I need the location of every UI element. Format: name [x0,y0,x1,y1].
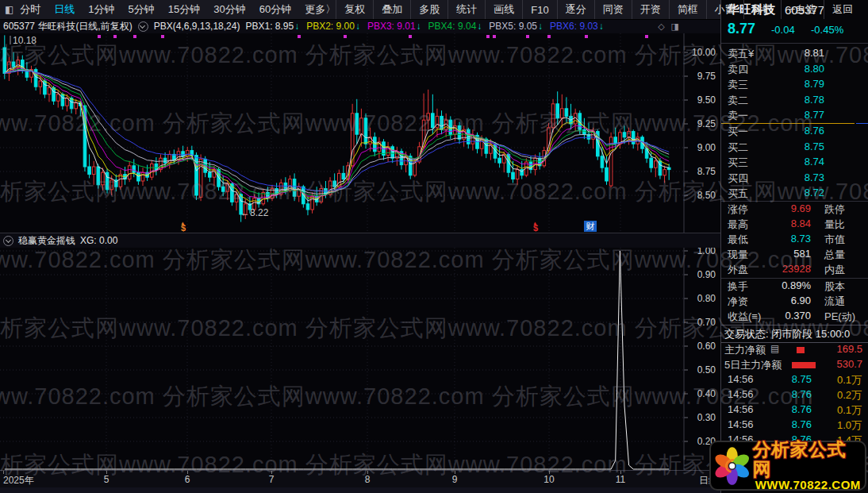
level-price: 8.77 [805,109,824,121]
toolbar-button-11[interactable]: 标记 [743,0,781,19]
svg-text:0.70: 0.70 [697,317,716,328]
pbx-value-6: PBX6: 9.03↓ [550,21,604,32]
toolbar-button-4[interactable]: 画线 [485,0,522,19]
toolbar-button-2[interactable]: 多股 [410,0,447,19]
indicator-header: 稳赢黄金摇钱 XG: 0.00 [0,233,720,248]
toolbar-period-4[interactable]: 15分钟 [168,2,200,17]
svg-text:0.30: 0.30 [697,412,716,423]
pbx-values: PBX1: 8.95↓PBX2: 9.00↓PBX3: 9.01↓PBX4: 9… [245,21,603,32]
buy-level-买三: 买三8.74 [721,154,868,170]
top-toolbar: ◧ 分时日线1分钟5分钟15分钟30分钟60分钟更多〉 复权叠加多股统计画线F1… [0,0,720,20]
net5-label: 5日主力净额 [724,358,782,372]
toolbar-period-6[interactable]: 60分钟 [259,2,291,17]
price-change-pct: -0.45% [811,24,843,36]
toolbar-button-1[interactable]: 叠加 [373,0,410,19]
tick-row-1: 14:568.760.2万 [721,387,868,402]
x-axis-label-3: 7 [269,474,275,485]
split-window-icon[interactable]: ◨ [671,21,679,32]
svg-text:0.90: 0.90 [697,269,716,280]
level-label: 卖四 [728,63,748,77]
toolbar-button-13[interactable]: 返回 [824,0,861,19]
stat-value: 0.370 [785,310,811,322]
toolbar-period-3[interactable]: 5分钟 [129,2,155,17]
stat-value: 8.84 [791,218,811,229]
stat-value: 9.69 [791,202,811,214]
stat-label2: 量比 [824,218,845,232]
toolbar-button-10[interactable]: 小窗 [706,0,743,19]
level-label: 买二 [728,141,748,155]
trade-status-text: 交易状态: 闭市阶段 15:00:0 [724,327,850,341]
toolbar-button-8[interactable]: 开资 [632,0,669,19]
net-bar [797,347,805,353]
toolbar-button-7[interactable]: 同资 [594,0,632,19]
stat-row-最高: 最高8.84量比 [721,217,868,232]
stat-row-外盘: 外盘23928内盘 [721,262,868,277]
svg-text:8.75: 8.75 [697,166,716,177]
pbx-down-arrow-icon: ↓ [538,21,543,32]
stat-row-涨停: 涨停9.69跌停 [721,202,868,217]
stat-label: 外盘 [728,263,748,277]
toolbar-period-7[interactable]: 更多〉 [305,2,336,17]
tick-time: 14:56 [728,418,754,430]
pbx-value-3: PBX3: 9.01↓ [367,21,421,32]
main-net-value: 169.5 [836,343,862,355]
toolbar-button-9[interactable]: 简框 [669,0,706,19]
toolbar-period-1[interactable]: 日线 [54,2,75,17]
level-label: 卖五¥ [728,47,754,61]
toolbar-button-5[interactable]: F10 [522,0,556,19]
net5-row: 5日主力净额530.7 [721,357,868,372]
tick-row-3: 14:568.761.0万 [721,418,868,433]
chart-header: 605377 华旺科技(日线,前复权) PBX(4,6,9,13,18,24) … [0,19,720,33]
quote-panel: 华旺科技 605377 8.77 -0.04 -0.45% 卖五¥8.81卖四8… [720,0,868,493]
toolbar-button-0[interactable]: 复权 [336,0,373,19]
panel-divider [856,123,868,124]
svg-text:10.00: 10.00 [692,47,716,58]
svg-text:▴: ▴ [182,220,185,225]
toolbar-period-2[interactable]: 1分钟 [88,2,114,17]
stat-label2: 跌停 [824,202,845,217]
stat-label: 净资 [728,295,748,309]
site-logo: 分析家公式网 WWW.70822.COM [709,441,866,491]
svg-text:0.50: 0.50 [697,364,716,376]
x-axis-label-1: 5 [104,474,109,485]
svg-text:10.18: 10.18 [13,35,36,46]
collapse-chevron-icon[interactable] [138,21,148,32]
pbx-down-arrow-icon: ↓ [355,21,360,32]
svg-text:0.40: 0.40 [697,388,716,399]
net5-value: 530.7 [836,358,862,370]
stat-label2: 内盘 [824,263,845,277]
sell-level-卖四: 卖四8.80 [721,61,868,77]
stat-label: 收益(≡) [728,310,761,324]
stat-label: 涨停 [728,202,748,217]
toolbar-button-12[interactable]: +自选 [781,0,824,19]
buy-level-买二: 买二8.75 [721,139,868,155]
x-axis-label-0: 2025年 [3,474,34,487]
window-panel-icon[interactable]: ◧ [5,4,13,15]
tick-time: 14:56 [728,373,754,385]
diamond-icon[interactable]: ◇ [658,21,664,32]
logo-site-name: 分析家公式网 [752,440,863,478]
stat-label: 现量 [728,248,748,262]
list-icon[interactable]: ▤ [770,343,779,354]
toolbar-button-6[interactable]: 逐分 [557,0,594,19]
svg-text:9.50: 9.50 [697,94,716,106]
toolbar-period-5[interactable]: 30分钟 [213,2,245,17]
main-candlestick-chart[interactable]: 10.009.759.509.259.008.758.5010.18←8.22$… [0,33,720,233]
toolbar-button-3[interactable]: 统计 [447,0,485,19]
tick-time: 14:56 [728,403,754,415]
x-axis-label-4: 8 [365,474,371,485]
toolbar-period-0[interactable]: 分时 [20,2,40,17]
svg-text:9.00: 9.00 [697,142,716,153]
indicator-chart[interactable]: 1.000.900.800.700.600.500.400.300.20 [0,248,720,470]
period-tabs: 分时日线1分钟5分钟15分钟30分钟60分钟更多〉 [20,2,336,17]
level-price: 8.72 [805,187,824,198]
indicator-xg-value: XG: 0.00 [80,235,117,246]
level-price: 8.74 [805,156,824,168]
stat-row-净资: 净资6.90流通 [721,294,868,309]
tick-volume: 0.1万 [837,373,862,387]
last-price: 8.77 [728,21,755,37]
x-axis-label-6: 10 [543,474,554,485]
level-label: 卖三 [728,78,748,92]
indicator-collapse-chevron-icon[interactable] [3,236,13,246]
x-axis-label-7: 11 [616,474,625,485]
